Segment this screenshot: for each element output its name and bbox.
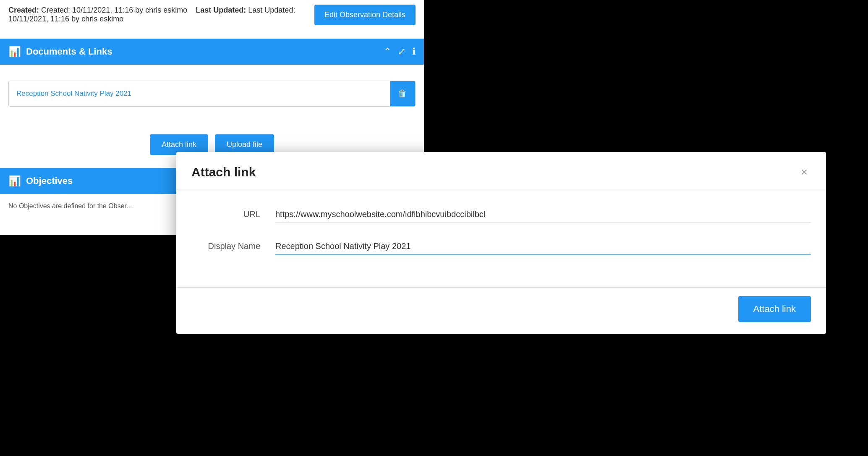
link-item-row: Reception School Nativity Play 2021 🗑	[8, 81, 416, 107]
objectives-body: No Objectives are defined for the Obser.…	[0, 194, 176, 223]
documents-section-title: Documents & Links	[26, 46, 379, 57]
link-item-text[interactable]: Reception School Nativity Play 2021	[9, 83, 390, 105]
edit-observation-button[interactable]: Edit Observation Details	[314, 5, 416, 25]
display-name-form-row: Display Name	[191, 238, 811, 255]
top-bar: Created: Created: 10/11/2021, 11:16 by c…	[0, 0, 424, 29]
link-item-area: Reception School Nativity Play 2021 🗑	[0, 72, 424, 115]
objectives-title: Objectives	[26, 176, 73, 186]
modal-attach-link-button[interactable]: Attach link	[738, 296, 811, 322]
modal-close-button[interactable]: ×	[797, 164, 811, 181]
black-region-right	[424, 0, 868, 168]
modal-title: Attach link	[191, 165, 256, 179]
documents-section-header: 📊 Documents & Links ⌃ ⤢ ℹ	[0, 39, 424, 65]
display-name-input[interactable]	[275, 238, 811, 255]
trash-icon: 🗑	[398, 88, 407, 99]
bar-chart-icon: 📊	[8, 46, 21, 58]
expand-icon[interactable]: ⤢	[398, 46, 405, 57]
display-name-label: Display Name	[191, 238, 275, 251]
url-form-row: URL	[191, 206, 811, 223]
url-label: URL	[191, 206, 275, 219]
attach-link-modal: Attach link × URL Display Name Attach li…	[176, 152, 826, 334]
objectives-body-text: No Objectives are defined for the Obser.…	[8, 202, 132, 210]
modal-header: Attach link ×	[176, 152, 826, 189]
url-input-wrapper	[275, 206, 811, 223]
url-input[interactable]	[275, 206, 811, 223]
modal-footer: Attach link	[176, 287, 826, 334]
objectives-section: 📊 Objectives No Objectives are defined f…	[0, 168, 176, 223]
delete-link-button[interactable]: 🗑	[390, 81, 415, 106]
objectives-header: 📊 Objectives	[0, 168, 176, 194]
modal-body: URL Display Name	[176, 189, 826, 287]
created-updated-text: Created: Created: 10/11/2021, 11:16 by c…	[8, 6, 314, 24]
section-header-icons: ⌃ ⤢ ℹ	[384, 46, 416, 57]
objectives-bar-chart-icon: 📊	[8, 175, 21, 187]
chevron-up-icon[interactable]: ⌃	[384, 46, 391, 57]
display-name-input-wrapper	[275, 238, 811, 255]
info-icon[interactable]: ℹ	[412, 46, 416, 57]
